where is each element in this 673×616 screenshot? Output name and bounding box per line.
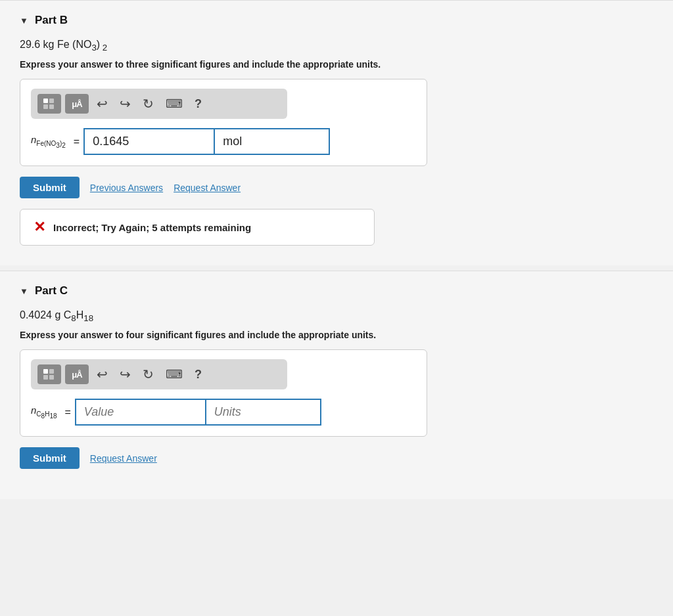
svg-rect-3 [49,104,54,109]
svg-rect-0 [43,99,48,103]
part-b-units-input[interactable] [215,128,330,155]
part-b-collapse-arrow[interactable]: ▼ [20,16,28,26]
error-icon: ✕ [34,219,45,236]
mu-angstrom-btn[interactable]: μÅ [65,94,89,114]
part-c-matrix-icon-btn[interactable] [37,364,61,384]
part-b-header: ▼ Part B [20,14,653,27]
part-b-problem-text: 29.6 kg Fe (NO3) 2 [20,39,653,53]
part-c-section: ▼ Part C 0.4024 g C8H18 Express your ans… [0,271,673,499]
svg-rect-1 [49,99,54,103]
part-b-variable-label: nFe(NO3)2 [31,134,66,149]
part-c-variable-label: nC8H18 [31,405,57,420]
part-c-toolbar: μÅ ↩ ↪ ↻ ⌨ ? [31,359,287,389]
keyboard-btn[interactable]: ⌨ [162,95,187,112]
part-c-title: Part C [35,284,68,297]
part-c-value-input[interactable] [75,399,206,426]
svg-rect-7 [49,375,54,380]
part-c-keyboard-btn[interactable]: ⌨ [162,366,187,383]
part-b-title: Part B [35,14,68,27]
part-c-equals: = [65,407,71,418]
part-b-answer-row: nFe(NO3)2 = [31,128,416,155]
part-c-instruction: Express your answer to four significant … [20,330,653,340]
part-c-action-row: Submit Request Answer [20,447,653,469]
part-b-toolbar: μÅ ↩ ↪ ↻ ⌨ ? [31,89,287,119]
part-b-previous-answers-link[interactable]: Previous Answers [90,183,163,193]
part-b-section: ▼ Part B 29.6 kg Fe (NO3) 2 Express your… [0,0,673,265]
part-c-help-btn[interactable]: ? [191,366,206,383]
part-b-action-row: Submit Previous Answers Request Answer [20,177,653,198]
part-b-request-answer-link[interactable]: Request Answer [174,183,241,193]
part-c-submit-button[interactable]: Submit [20,447,80,469]
part-c-header: ▼ Part C [20,284,653,297]
part-c-mu-angstrom-btn[interactable]: μÅ [65,364,89,384]
part-c-problem-text: 0.4024 g C8H18 [20,309,653,323]
svg-rect-5 [49,369,54,374]
part-b-equals: = [74,136,80,148]
part-b-input-box: μÅ ↩ ↪ ↻ ⌨ ? nFe(NO3)2 = [20,79,427,166]
part-b-value-input[interactable] [83,128,215,155]
part-c-answer-row: nC8H18 = [31,399,416,426]
redo-btn[interactable]: ↪ [116,95,135,113]
matrix-icon-btn[interactable] [37,94,61,114]
part-c-redo-btn[interactable]: ↪ [116,365,135,384]
part-c-collapse-arrow[interactable]: ▼ [20,286,28,296]
part-c-input-box: μÅ ↩ ↪ ↻ ⌨ ? nC8H18 = [20,349,427,437]
part-b-error-box: ✕ Incorrect; Try Again; 5 attempts remai… [20,209,375,246]
refresh-btn[interactable]: ↻ [139,95,158,113]
svg-rect-2 [43,104,48,109]
part-c-refresh-btn[interactable]: ↻ [139,365,158,384]
part-b-submit-button[interactable]: Submit [20,177,80,198]
part-c-units-input[interactable] [206,399,321,426]
part-c-undo-btn[interactable]: ↩ [93,365,112,384]
undo-btn[interactable]: ↩ [93,95,112,113]
help-btn[interactable]: ? [191,96,206,112]
svg-rect-4 [43,369,48,374]
part-b-instruction: Express your answer to three significant… [20,59,653,70]
svg-rect-6 [43,375,48,380]
error-message: Incorrect; Try Again; 5 attempts remaini… [53,222,251,233]
part-c-request-answer-link[interactable]: Request Answer [90,453,157,464]
